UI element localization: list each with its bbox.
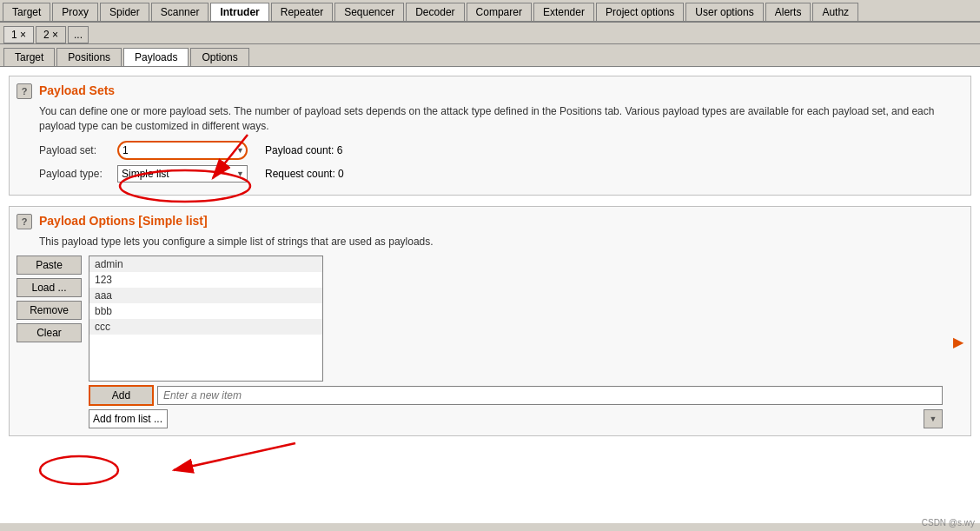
right-arrow-icon: ▶ — [953, 334, 963, 350]
load-button[interactable]: Load ... — [17, 278, 82, 297]
inner-tabs: Target Positions Payloads Options — [0, 44, 980, 67]
request-count-display: Request count: 0 — [265, 168, 344, 180]
tab-user-options[interactable]: User options — [685, 3, 763, 21]
tab-authz[interactable]: Authz — [812, 3, 858, 21]
tab-repeater[interactable]: Repeater — [271, 3, 333, 21]
inner-tab-options[interactable]: Options — [190, 48, 248, 66]
list-item: ccc — [89, 319, 322, 335]
payload-sets-desc: You can define one or more payload sets.… — [39, 104, 963, 134]
tab-sequencer[interactable]: Sequencer — [334, 3, 404, 21]
payload-sets-title: Payload Sets — [39, 83, 115, 97]
paste-button[interactable]: Paste — [17, 256, 82, 275]
payload-count-display: Payload count: 6 — [265, 144, 342, 156]
payload-sets-section: ? Payload Sets You can define one or mor… — [9, 76, 971, 196]
tab-proxy[interactable]: Proxy — [52, 3, 98, 21]
tab-intruder[interactable]: Intruder — [210, 3, 268, 21]
add-input[interactable] — [157, 386, 943, 405]
sub-tab-2[interactable]: 2 × — [36, 26, 66, 43]
payload-set-select-wrapper: 1 2 — [117, 141, 248, 160]
tab-scanner[interactable]: Scanner — [151, 3, 209, 21]
section-header: ? Payload Sets — [17, 83, 963, 99]
tab-comparer[interactable]: Comparer — [467, 3, 532, 21]
request-count-value: 0 — [338, 168, 344, 180]
payload-count-value: 6 — [337, 144, 343, 156]
payload-options-title: Payload Options [Simple list] — [39, 214, 208, 228]
tab-target[interactable]: Target — [3, 3, 50, 21]
top-nav: Target Proxy Spider Scanner Intruder Rep… — [0, 0, 980, 23]
list-area: admin 123 aaa bbb ccc Add Add from list … — [89, 256, 943, 428]
inner-tab-positions[interactable]: Positions — [56, 48, 122, 66]
payload-type-select[interactable]: Simple list Runtime file Custom iterator — [117, 165, 248, 183]
main-content: ? Payload Sets You can define one or mor… — [0, 67, 980, 523]
remove-button[interactable]: Remove — [17, 301, 82, 320]
button-column: Paste Load ... Remove Clear — [17, 256, 82, 428]
sub-tab-1[interactable]: 1 × — [3, 26, 34, 43]
payload-set-label: Payload set: — [39, 144, 117, 156]
list-item: 123 — [89, 272, 322, 288]
inner-tab-target[interactable]: Target — [3, 48, 55, 66]
tab-alerts[interactable]: Alerts — [765, 3, 811, 21]
payload-type-row: Payload type: Simple list Runtime file C… — [39, 165, 963, 183]
payload-set-select[interactable]: 1 2 — [117, 141, 248, 160]
list-item: bbb — [89, 303, 322, 319]
add-from-select[interactable]: Add from list ... — [89, 409, 168, 428]
options-section-header: ? Payload Options [Simple list] — [17, 214, 963, 229]
payload-options-section: ? Payload Options [Simple list] This pay… — [9, 206, 971, 437]
tab-project-options[interactable]: Project options — [596, 3, 684, 21]
payload-count-label: Payload count: — [265, 144, 334, 156]
add-button[interactable]: Add — [89, 385, 154, 406]
options-area: Paste Load ... Remove Clear admin 123 aa… — [17, 256, 963, 428]
payload-list[interactable]: admin 123 aaa bbb ccc — [89, 256, 323, 382]
inner-tab-payloads[interactable]: Payloads — [123, 48, 189, 66]
payload-options-desc: This payload type lets you configure a s… — [39, 235, 963, 249]
help-icon[interactable]: ? — [17, 83, 32, 99]
payload-type-select-wrapper: Simple list Runtime file Custom iterator — [117, 165, 248, 183]
tab-decoder[interactable]: Decoder — [406, 3, 464, 21]
sub-tabs-row: 1 × 2 × ... — [0, 23, 980, 44]
add-row: Add — [89, 385, 943, 406]
tab-extender[interactable]: Extender — [533, 3, 594, 21]
add-from-wrapper: Add from list ... — [89, 409, 943, 428]
payload-type-label: Payload type: — [39, 168, 117, 180]
options-help-icon[interactable]: ? — [17, 214, 32, 229]
request-count-label: Request count: — [265, 168, 335, 180]
payload-set-row: Payload set: 1 2 Payload count: 6 — [39, 141, 963, 160]
add-from-row: Add from list ... — [89, 409, 943, 428]
list-item: admin — [89, 256, 322, 272]
list-item: aaa — [89, 288, 322, 303]
tab-spider[interactable]: Spider — [100, 3, 149, 21]
watermark: CSDN @s.wy — [922, 518, 975, 528]
sub-tab-dots[interactable]: ... — [68, 26, 89, 43]
clear-button[interactable]: Clear — [17, 323, 82, 342]
